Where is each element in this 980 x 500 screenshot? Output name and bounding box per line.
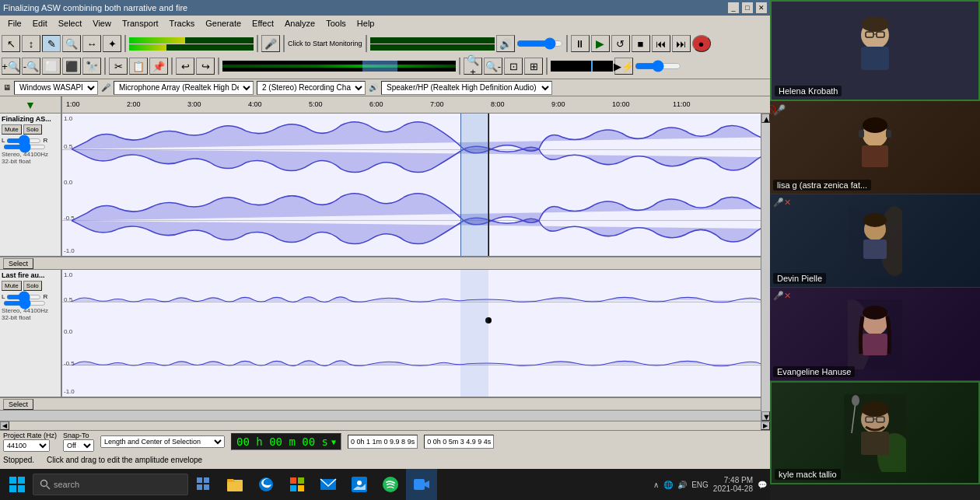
select-tool-btn[interactable]: ↖: [2, 35, 20, 52]
toolbar-separator-6: [104, 58, 106, 75]
devin-avatar-svg: [848, 206, 902, 276]
track-1-info-line1: Stereo, 44100Hz: [2, 151, 59, 158]
redo-btn[interactable]: ↪: [196, 58, 215, 75]
taskbar-search[interactable]: search: [33, 474, 188, 495]
zoom-in-2-btn[interactable]: 🔍+: [464, 58, 482, 75]
menu-generate[interactable]: Generate: [201, 17, 246, 30]
edge-browser-btn[interactable]: [250, 469, 282, 500]
zoom-fit-btn[interactable]: ⬛: [62, 58, 81, 75]
photos-btn[interactable]: [344, 469, 375, 500]
zoom-out-2-btn[interactable]: 🔍-: [484, 58, 502, 75]
zoom-full-2-btn[interactable]: ⊞: [524, 58, 543, 75]
multi-tool-btn[interactable]: ✦: [103, 35, 121, 52]
menu-view[interactable]: View: [88, 17, 116, 30]
menu-analyze[interactable]: Analyze: [280, 17, 320, 30]
mic-select[interactable]: Microphone Array (Realtek High Definitio…: [114, 81, 254, 95]
date-text: 2021-04-28: [713, 484, 753, 493]
track-2-waveform[interactable]: 1.0 0.5 0.0 -0.5 -1.0: [62, 270, 761, 397]
playback-cursor: [591, 61, 593, 72]
channels-select[interactable]: 2 (Stereo) Recording Chann...: [257, 81, 366, 95]
zoom-sel-btn[interactable]: ⬜: [42, 58, 61, 75]
file-explorer-btn[interactable]: [219, 469, 250, 500]
cut-btn[interactable]: ✂: [109, 58, 128, 75]
track-1-select-bar: Select: [0, 257, 761, 270]
undo-btn[interactable]: ↩: [176, 58, 194, 75]
task-view-btn[interactable]: [190, 470, 218, 498]
track-1-solo[interactable]: Solo: [23, 124, 42, 135]
menu-edit[interactable]: Edit: [28, 17, 52, 30]
scroll-right-btn[interactable]: ▶: [761, 421, 770, 430]
menu-effect[interactable]: Effect: [247, 17, 278, 30]
selection-format-select[interactable]: Length and Center of Selection: [100, 435, 225, 448]
track-2-select-btn[interactable]: Select: [3, 399, 33, 410]
speed-slider[interactable]: [635, 61, 681, 72]
zoom-out-btn[interactable]: -🔍: [22, 58, 40, 75]
time-ruler: 1:00 2:00 3:00 4:00 5:00 6:00 7:00 8:00 …: [62, 96, 770, 113]
track-2-solo[interactable]: Solo: [23, 281, 42, 291]
svg-rect-37: [414, 479, 425, 490]
play-at-speed-btn[interactable]: ▶⚡: [614, 58, 633, 75]
maximize-button[interactable]: □: [742, 2, 753, 13]
time-input-2[interactable]: 0 0h 0 5m 3 4.9 9 4s: [424, 435, 494, 449]
close-button[interactable]: ✕: [756, 2, 767, 13]
start-button[interactable]: [3, 470, 31, 498]
paste-btn[interactable]: 📌: [149, 58, 168, 75]
track-1-waveform[interactable]: 1.0 0.5 0.0 -0.5 -1.0: [62, 114, 761, 256]
zoom-tool-btn[interactable]: 🔍: [62, 35, 81, 52]
minimize-button[interactable]: _: [728, 2, 739, 13]
track-1-info: Stereo, 44100Hz 32-bit float: [2, 151, 59, 165]
mic-btn[interactable]: 🎤: [261, 35, 280, 52]
volume-icon[interactable]: 🔊: [677, 481, 687, 489]
svg-rect-20: [18, 485, 25, 492]
host-select[interactable]: Windows WASAPI: [14, 81, 98, 95]
stop-btn[interactable]: ■: [632, 35, 650, 52]
forward-btn[interactable]: ⏭: [672, 35, 691, 52]
zoom-app-btn[interactable]: [406, 469, 437, 500]
menu-help[interactable]: Help: [352, 17, 380, 30]
scroll-up-btn[interactable]: ▲: [761, 114, 770, 123]
time-shift-btn[interactable]: ↔: [82, 35, 101, 52]
store-btn[interactable]: [282, 469, 313, 500]
menu-transport[interactable]: Transport: [117, 17, 163, 30]
menu-select[interactable]: Select: [54, 17, 87, 30]
play-btn[interactable]: ▶: [591, 35, 610, 52]
speaker-select[interactable]: Speaker/HP (Realtek High Definition Audi…: [381, 81, 552, 95]
menu-file[interactable]: File: [3, 17, 26, 30]
track-1-gain-slider[interactable]: [3, 145, 46, 149]
notification-btn[interactable]: 💬: [758, 481, 767, 489]
track-2-gain-slider[interactable]: [3, 301, 46, 306]
photos-icon: [351, 476, 368, 493]
time-input-1[interactable]: 0 0h 1 1m 0 9.9 8 9s: [348, 435, 418, 449]
output-volume-slider[interactable]: [516, 38, 563, 49]
vertical-scrollbar[interactable]: ▲ ▼: [761, 114, 770, 421]
network-icon: 🌐: [663, 481, 673, 489]
track-1-select-btn[interactable]: Select: [3, 258, 33, 269]
pause-btn[interactable]: ⏸: [571, 35, 590, 52]
zoom-full-btn[interactable]: 🔭: [82, 58, 101, 75]
draw-tool-btn[interactable]: ✎: [42, 35, 61, 52]
menu-tools[interactable]: Tools: [321, 17, 351, 30]
record-btn[interactable]: ●: [692, 35, 711, 52]
output-meters: [370, 37, 495, 51]
copy-btn[interactable]: 📋: [129, 58, 148, 75]
horizontal-scrollbar[interactable]: ◀ ▶: [0, 421, 770, 430]
evangeline-mute-icon: 🎤✕: [773, 291, 791, 301]
snap-select[interactable]: Off: [63, 439, 94, 452]
project-rate-select[interactable]: 44100: [3, 439, 50, 452]
spotify-btn[interactable]: [375, 469, 406, 500]
track-1-mute[interactable]: Mute: [2, 124, 22, 135]
track-2-mute[interactable]: Mute: [2, 281, 22, 291]
loop-btn[interactable]: ↺: [611, 35, 630, 52]
toolbar-separator-10: [546, 58, 548, 75]
zoom-fit-2-btn[interactable]: ⊡: [504, 58, 523, 75]
tray-up-arrow[interactable]: ∧: [653, 481, 659, 489]
zoom-in-btn[interactable]: +🔍: [2, 58, 20, 75]
scroll-left-btn[interactable]: ◀: [0, 421, 9, 430]
envelope-tool-btn[interactable]: ↕: [22, 35, 40, 52]
mail-btn[interactable]: [313, 469, 344, 500]
scroll-down-btn[interactable]: ▼: [761, 411, 770, 421]
menu-tracks[interactable]: Tracks: [165, 17, 200, 30]
speaker-btn[interactable]: 🔊: [496, 35, 515, 52]
toolbar-row-1: ↖ ↕ ✎ 🔍 ↔ ✦ 🎤: [2, 33, 768, 54]
rewind-btn[interactable]: ⏮: [652, 35, 670, 52]
